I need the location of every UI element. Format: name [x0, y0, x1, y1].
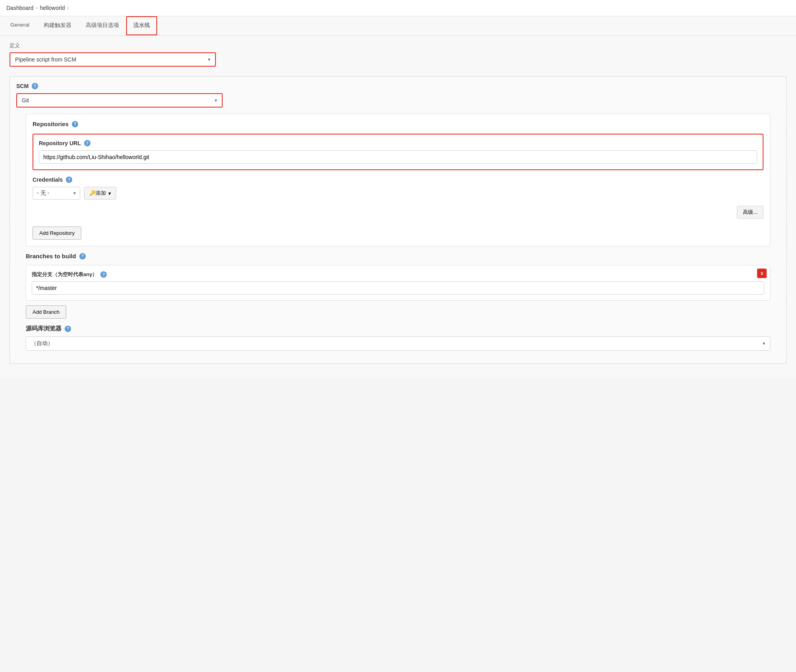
credentials-row: - 无 - ▾ 🔑添加 ▾ — [33, 187, 763, 200]
add-repository-button[interactable]: Add Repository — [33, 227, 81, 240]
breadcrumb-project[interactable]: helloworld — [40, 5, 65, 11]
credentials-section: Credentials ? - 无 - ▾ 🔑添加 ▾ — [33, 177, 763, 200]
definition-value: Pipeline script from SCM — [15, 56, 76, 63]
breadcrumb-dashboard[interactable]: Dashboard — [6, 5, 34, 11]
scm-header: SCM ? — [16, 83, 780, 89]
breadcrumb-arrow-2: › — [67, 5, 69, 11]
repo-url-help-icon[interactable]: ? — [84, 140, 90, 146]
credentials-header: Credentials ? — [33, 177, 763, 183]
scm-chevron-icon: ▾ — [215, 98, 217, 103]
source-browser-select[interactable]: （自动） ▾ — [26, 336, 770, 351]
advanced-button[interactable]: 高级... — [737, 206, 763, 219]
definition-area: 定义 Pipeline script from SCM ▾ — [0, 36, 796, 70]
scm-help-icon[interactable]: ? — [32, 83, 38, 89]
branch-item: x 指定分支（为空时代表any） ? — [26, 265, 770, 301]
branch-x-icon: x — [761, 271, 763, 276]
repositories-label: Repositories — [33, 121, 69, 127]
source-browser-section: 源码库浏览器 ? （自动） ▾ — [26, 325, 770, 351]
advanced-row: 高级... — [33, 206, 763, 219]
tab-general[interactable]: General — [3, 16, 37, 35]
branch-specify-header: 指定分支（为空时代表any） ? — [32, 271, 764, 278]
source-browser-value: （自动） — [31, 340, 53, 347]
chevron-down-icon: ▾ — [208, 57, 210, 62]
tab-triggers[interactable]: 构建触发器 — [37, 16, 79, 35]
scm-select[interactable]: Git ▾ — [16, 93, 223, 108]
tab-options[interactable]: 高级项目选项 — [79, 16, 126, 35]
branches-header: Branches to build ? — [26, 253, 770, 259]
repo-url-input[interactable] — [39, 150, 757, 164]
source-browser-header: 源码库浏览器 ? — [26, 325, 770, 332]
scm-value: Git — [22, 97, 29, 104]
repositories-help-icon[interactable]: ? — [72, 121, 78, 127]
repo-url-section: Repository URL ? — [33, 134, 763, 170]
add-branch-button[interactable]: Add Branch — [26, 305, 66, 319]
credentials-help-icon[interactable]: ? — [66, 177, 72, 183]
branch-remove-button[interactable]: x — [757, 269, 767, 278]
branch-specify-label: 指定分支（为空时代表any） — [32, 271, 97, 278]
source-browser-help-icon[interactable]: ? — [65, 326, 71, 332]
credentials-chevron-icon: ▾ — [73, 190, 76, 196]
branches-section: Branches to build ? x 指定分支（为空时代表any） ? A… — [26, 253, 770, 319]
repositories-header: Repositories ? — [33, 121, 763, 127]
branches-label: Branches to build — [26, 253, 76, 259]
repositories-section: Repositories ? Repository URL ? Credenti… — [26, 114, 770, 246]
repo-url-header: Repository URL ? — [39, 140, 757, 146]
repo-url-label: Repository URL — [39, 140, 81, 146]
breadcrumb-arrow-1: › — [36, 5, 38, 11]
credentials-none-label: - 无 - — [37, 190, 49, 197]
add-credentials-button[interactable]: 🔑添加 ▾ — [84, 187, 116, 200]
breadcrumb: Dashboard › helloworld › — [0, 0, 796, 16]
main-content: 定义 Pipeline script from SCM ▾ SCM ? Git … — [0, 36, 796, 378]
branch-input[interactable] — [32, 281, 764, 295]
source-browser-chevron-icon: ▾ — [763, 341, 765, 346]
scm-block: SCM ? Git ▾ Repositories ? Repository UR… — [10, 76, 786, 364]
scm-label: SCM — [16, 83, 29, 89]
branch-specify-help-icon[interactable]: ? — [100, 271, 107, 278]
branches-help-icon[interactable]: ? — [79, 253, 86, 259]
add-credentials-arrow: ▾ — [108, 190, 111, 196]
definition-select[interactable]: Pipeline script from SCM ▾ — [10, 52, 216, 67]
tab-pipeline[interactable]: 流水线 — [126, 16, 157, 35]
tabs-bar: General 构建触发器 高级项目选项 流水线 — [0, 16, 796, 36]
add-credentials-label: 🔑添加 — [89, 190, 106, 197]
definition-label: 定义 — [10, 42, 786, 49]
source-browser-label: 源码库浏览器 — [26, 325, 62, 332]
credentials-label: Credentials — [33, 177, 63, 183]
credentials-select[interactable]: - 无 - ▾ — [33, 187, 80, 200]
